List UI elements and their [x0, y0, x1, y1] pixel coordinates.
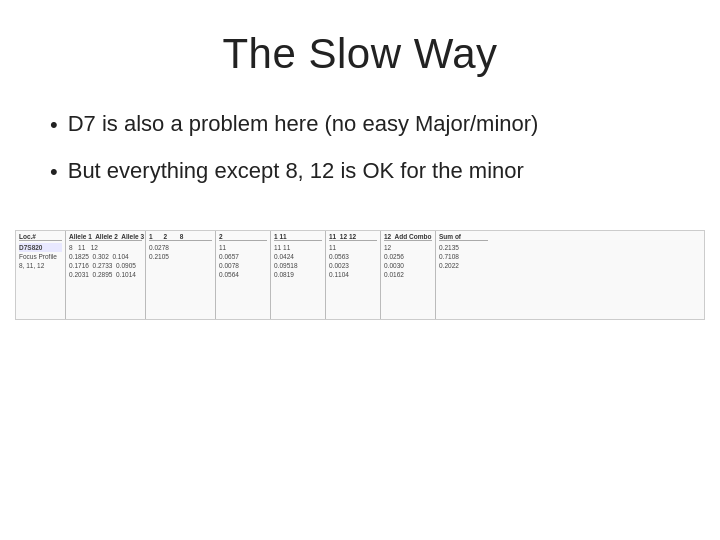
- col2-row-3: 0.0564: [219, 270, 267, 279]
- col3-row-3: 0.0819: [274, 270, 322, 279]
- col1-header: 1 2 8: [149, 233, 212, 241]
- col1-row-3: 0.2105: [149, 252, 212, 261]
- col2-row-2: 0.0078: [219, 261, 267, 270]
- col5-section: 12 Add Combo 12 0.0256 0.0030 0.0162: [381, 231, 436, 319]
- col4-row-0: 11: [329, 243, 377, 252]
- col2-header: 2: [219, 233, 267, 241]
- sum-row-2: 0.7108: [439, 252, 488, 261]
- bullet-item-1: • D7 is also a problem here (no easy Maj…: [50, 108, 670, 141]
- col2-row-1: 0.0657: [219, 252, 267, 261]
- col3-row-0: 11 11: [274, 243, 322, 252]
- bullet-item-2: • But everything except 8, 12 is OK for …: [50, 155, 670, 188]
- col5-row-0: 12: [384, 243, 432, 252]
- allele-section: Allele 1 Allele 2 Allele 3 8 11 12 0.182…: [66, 231, 146, 319]
- locus-value: D7S820: [19, 243, 62, 252]
- col3-header: 1 11: [274, 233, 322, 241]
- col4-header: 11 12 12: [329, 233, 377, 241]
- col5-header: 12 Add Combo: [384, 233, 432, 241]
- allele-row-3: 0.2031 0.2895 0.1014: [69, 270, 142, 279]
- allele-header: Allele 1 Allele 2 Allele 3: [69, 233, 142, 241]
- col3-row-1: 0.0424: [274, 252, 322, 261]
- col1-section: 1 2 8 0.0278 0.2105: [146, 231, 216, 319]
- bullet-list: • D7 is also a problem here (no easy Maj…: [50, 108, 670, 202]
- col4-section: 11 12 12 11 0.0563 0.0023 0.1104: [326, 231, 381, 319]
- col4-row-1: 0.0563: [329, 252, 377, 261]
- sum-header: Sum of: [439, 233, 488, 241]
- bullet-dot-1: •: [50, 108, 58, 141]
- col3-section: 1 11 11 11 0.0424 0.09518 0.0819: [271, 231, 326, 319]
- page-title: The Slow Way: [222, 30, 497, 78]
- sum-row-1: 0.2135: [439, 243, 488, 252]
- allele-row-0: 8 11 12: [69, 243, 142, 252]
- bullet-text-2: But everything except 8, 12 is OK for th…: [68, 155, 524, 187]
- col1-row-1: 0.0278: [149, 243, 212, 252]
- bullet-text-1: D7 is also a problem here (no easy Major…: [68, 108, 539, 140]
- focus-header: Focus Profile: [19, 252, 62, 261]
- col3-row-2: 0.09518: [274, 261, 322, 270]
- col2-row-0: 11: [219, 243, 267, 252]
- bullet-dot-2: •: [50, 155, 58, 188]
- col2-section: 2 11 0.0657 0.0078 0.0564: [216, 231, 271, 319]
- focus-value: 8, 11, 12: [19, 261, 62, 270]
- data-table: Loc.# D7S820 Focus Profile 8, 11, 12 All…: [15, 230, 705, 320]
- locus-section: Loc.# D7S820 Focus Profile 8, 11, 12: [16, 231, 66, 319]
- allele-row-2: 0.1716 0.2733 0.0905: [69, 261, 142, 270]
- col5-row-1: 0.0256: [384, 252, 432, 261]
- col4-row-3: 0.1104: [329, 270, 377, 279]
- col4-row-2: 0.0023: [329, 261, 377, 270]
- col5-row-2: 0.0030: [384, 261, 432, 270]
- sum-row-3: 0.2022: [439, 261, 488, 270]
- locus-header: Loc.#: [19, 233, 62, 241]
- sum-section: Sum of 0.2135 0.7108 0.2022: [436, 231, 491, 319]
- col5-row-3: 0.0162: [384, 270, 432, 279]
- allele-row-1: 0.1825 0.302 0.104: [69, 252, 142, 261]
